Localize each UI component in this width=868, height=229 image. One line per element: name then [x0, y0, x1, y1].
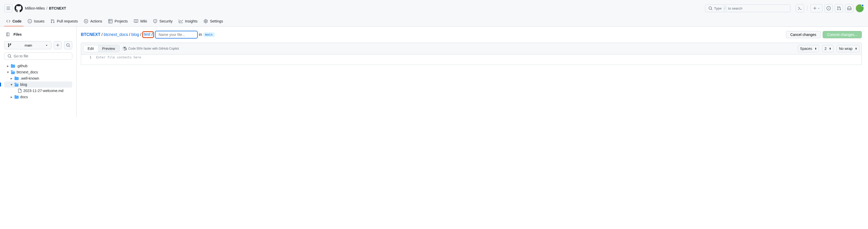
tree-label: .github	[17, 64, 28, 68]
path-seg1-link[interactable]: btcnext_docs	[104, 32, 128, 37]
search-text-prefix: Type	[714, 6, 722, 10]
tab-security-label: Security	[159, 19, 173, 23]
tree-folder-docs[interactable]: ▸ docs	[4, 94, 72, 100]
in-label: in	[199, 32, 202, 37]
repo-breadcrumb: Million-Miles / BTCNEXT	[25, 6, 66, 10]
sidebar-title: Files	[13, 32, 22, 36]
tab-code[interactable]: Code	[4, 16, 24, 26]
notification-dot-icon	[861, 4, 864, 7]
issues-button[interactable]	[825, 4, 833, 12]
tab-settings-label: Settings	[210, 19, 223, 23]
go-to-file-input[interactable]: Go to file	[4, 52, 72, 60]
wrap-select[interactable]: No wrap ▲▼	[837, 45, 860, 52]
copilot-text: Code 55% faster with GitHub Copilot	[128, 47, 179, 50]
tab-wiki-label: Wiki	[140, 19, 147, 23]
command-palette-button[interactable]	[796, 4, 804, 12]
pull-requests-button[interactable]	[835, 4, 843, 12]
search-text-suffix: to search	[728, 6, 742, 10]
play-icon	[84, 19, 88, 23]
notifications-button[interactable]	[845, 4, 854, 12]
indent-mode-label: Spaces	[800, 46, 812, 51]
sort-icon: ▲▼	[815, 47, 817, 50]
github-logo[interactable]	[14, 4, 23, 12]
git-pull-request-icon	[837, 6, 841, 10]
sort-icon: ▲▼	[829, 47, 831, 50]
tab-issues-label: Issues	[34, 19, 44, 23]
tab-projects[interactable]: Projects	[106, 16, 130, 26]
tab-actions-label: Actions	[90, 19, 102, 23]
editor-body[interactable]: 1 Enter file contents here	[81, 54, 862, 65]
user-avatar[interactable]	[856, 4, 864, 12]
filename-input[interactable]	[155, 31, 198, 39]
hamburger-menu-button[interactable]	[4, 4, 12, 12]
tab-settings[interactable]: Settings	[202, 16, 225, 26]
git-pull-request-icon	[51, 19, 55, 23]
file-tree: ▸ .github ▾ btcnext_docs ▸ .well-known ▾…	[4, 63, 72, 100]
issue-opened-icon	[827, 6, 831, 10]
book-icon	[134, 19, 138, 23]
triangle-down-icon	[817, 7, 820, 9]
search-tree-button[interactable]	[64, 41, 72, 49]
branch-select-button[interactable]: main	[4, 41, 52, 49]
code-placeholder: Enter file contents here	[94, 54, 862, 65]
global-search-button[interactable]: Type / to search	[705, 4, 790, 12]
tab-insights[interactable]: Insights	[177, 16, 199, 26]
tree-folder-btcnext-docs[interactable]: ▾ btcnext_docs	[4, 69, 72, 75]
highlighted-segment: test /	[142, 31, 154, 38]
collapse-sidebar-button[interactable]	[4, 31, 11, 38]
git-branch-icon	[7, 43, 12, 47]
tree-label: blog	[20, 82, 27, 86]
folder-open-icon	[14, 82, 19, 86]
issue-opened-icon	[28, 19, 32, 23]
tab-issues[interactable]: Issues	[26, 16, 46, 26]
path-seg2-link[interactable]: blog	[131, 32, 139, 37]
copilot-icon	[123, 46, 127, 51]
tree-folder-github[interactable]: ▸ .github	[4, 63, 72, 69]
create-new-button[interactable]	[810, 4, 823, 12]
tree-file-welcome[interactable]: 2023-11-27-welcome.md	[4, 88, 72, 94]
sort-icon: ▲▼	[855, 47, 857, 50]
path-root-link[interactable]: BTCNEXT	[81, 32, 100, 37]
indent-size-select[interactable]: 2 ▲▼	[822, 45, 834, 52]
tab-pulls[interactable]: Pull requests	[49, 16, 80, 26]
main-content: BTCNEXT / btcnext_docs / blog / test / i…	[77, 27, 868, 117]
indent-mode-select[interactable]: Spaces ▲▼	[798, 45, 819, 52]
header-actions	[796, 4, 864, 12]
add-file-button[interactable]	[54, 41, 62, 49]
triangle-down-icon	[45, 44, 48, 47]
tree-label: 2023-11-27-welcome.md	[23, 89, 63, 93]
owner-link[interactable]: Million-Miles	[25, 6, 45, 10]
code-icon	[6, 19, 10, 23]
tab-actions[interactable]: Actions	[82, 16, 104, 26]
path-seg3-link[interactable]: test	[144, 32, 150, 36]
repo-link[interactable]: BTCNEXT	[49, 6, 66, 10]
editor-toolbar: Edit Preview Code 55% faster with GitHub…	[81, 43, 862, 54]
command-palette-icon	[798, 6, 802, 10]
go-to-file-placeholder: Go to file	[14, 54, 28, 58]
cancel-button[interactable]: Cancel changes	[786, 31, 820, 38]
commit-button[interactable]: Commit changes...	[823, 31, 862, 38]
plus-icon	[813, 6, 817, 10]
tab-edit[interactable]: Edit	[84, 45, 98, 52]
shield-icon	[153, 19, 157, 23]
tab-pulls-label: Pull requests	[57, 19, 78, 23]
tree-label: .well-known	[20, 76, 39, 80]
tab-wiki[interactable]: Wiki	[132, 16, 149, 26]
tab-projects-label: Projects	[115, 19, 128, 23]
copilot-hint[interactable]: Code 55% faster with GitHub Copilot	[123, 46, 179, 51]
edit-preview-tabs: Edit Preview	[83, 45, 119, 52]
folder-icon	[11, 64, 15, 68]
folder-icon	[14, 76, 19, 80]
wrap-label: No wrap	[839, 46, 852, 51]
three-bars-icon	[6, 6, 10, 10]
tab-code-label: Code	[12, 19, 22, 23]
tree-folder-well-known[interactable]: ▸ .well-known	[4, 75, 72, 81]
tab-security[interactable]: Security	[151, 16, 175, 26]
chevron-right-icon: ▸	[6, 64, 9, 68]
tree-folder-blog[interactable]: ▾ blog	[4, 81, 72, 88]
branch-pill: main	[203, 32, 215, 37]
tab-preview[interactable]: Preview	[98, 45, 119, 52]
sidebar-collapse-icon	[6, 32, 10, 36]
file-icon	[18, 89, 22, 93]
gear-icon	[204, 19, 208, 23]
